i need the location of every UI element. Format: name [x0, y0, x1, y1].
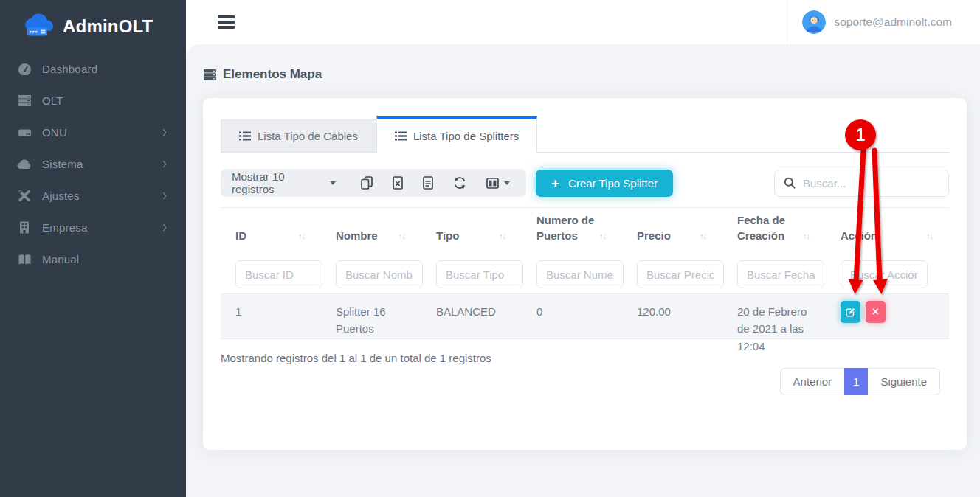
caret-down-icon	[504, 181, 510, 185]
column-header-tipo[interactable]: Tipo ↑↓	[421, 208, 522, 253]
cell-actions: ×	[826, 294, 949, 355]
plus-icon: +	[551, 176, 559, 190]
brand-link[interactable]: AdminOLT	[0, 0, 186, 43]
column-header-numero-de-puertos[interactable]: Numero de Puertos ↑↓	[522, 208, 622, 253]
tools-group: Mostrar 10 registros	[221, 169, 526, 197]
elementos-mapa-card: Lista Tipo de Cables Lista Tipo de Split…	[203, 98, 967, 450]
cell-tipo: BALANCED	[421, 294, 522, 355]
sidebar-item-dashboard[interactable]: Dashboard	[0, 53, 186, 85]
user-avatar	[802, 10, 826, 34]
chevron-right-icon: ›	[162, 188, 167, 204]
sort-icon[interactable]: ↑↓	[803, 231, 810, 243]
filter-accion-input[interactable]	[841, 260, 928, 288]
sidebar-item-label: Manual	[42, 253, 167, 265]
table-header-row: ID ↑↓ Nombre ↑↓ Tipo ↑↓ Numero de Puerto…	[221, 207, 949, 253]
table-filter-row	[221, 255, 949, 293]
sidebar-item-manual[interactable]: Manual	[0, 243, 186, 275]
tab-label: Lista Tipo de Splitters	[413, 130, 519, 142]
sidebar-item-label: ONU	[42, 126, 162, 139]
sort-icon[interactable]: ↑↓	[298, 231, 305, 243]
sidebar-item-label: Empresa	[42, 221, 162, 234]
refresh-icon[interactable]	[453, 176, 466, 190]
sidebar-item-label: OLT	[42, 94, 167, 107]
app-root: AdminOLT Dashboard	[0, 0, 980, 497]
excel-file-icon[interactable]	[393, 176, 403, 190]
show-entries-dropdown[interactable]: Mostrar 10 registros	[232, 170, 336, 195]
sidebar-toggle-hamburger-icon[interactable]	[218, 13, 235, 32]
column-header-precio[interactable]: Precio ↑↓	[622, 208, 722, 253]
sidebar-item-label: Sistema	[42, 158, 162, 170]
show-entries-label: Mostrar 10 registros	[232, 170, 324, 195]
chevron-right-icon: ›	[162, 220, 167, 235]
sidebar-item-ajustes[interactable]: Ajustes ›	[0, 180, 186, 212]
search-icon	[784, 177, 796, 189]
filter-puertos-input[interactable]	[536, 260, 624, 288]
filter-tipo-input[interactable]	[436, 260, 523, 288]
edit-pencil-icon	[846, 307, 855, 317]
top-header: soporte@adminolt.com	[186, 0, 980, 44]
sidebar-item-olt[interactable]: OLT	[0, 85, 186, 117]
pagination-prev-button[interactable]: Anterior	[780, 368, 845, 395]
cell-puertos: 0	[522, 294, 622, 355]
column-header-nombre[interactable]: Nombre ↑↓	[321, 208, 421, 253]
filter-id-input[interactable]	[235, 260, 322, 288]
chevron-right-icon: ›	[162, 156, 167, 172]
cell-id: 1	[221, 294, 321, 355]
sidebar-item-empresa[interactable]: Empresa ›	[0, 212, 186, 243]
document-file-icon[interactable]	[423, 176, 433, 190]
tools-icon	[16, 190, 32, 203]
table-toolbar: Mostrar 10 registros	[221, 169, 949, 197]
main-content: Elementos Mapa Lista Tipo de Cables	[186, 44, 980, 497]
cell-fecha: 20 de Febrero de 2021 a las 12:04	[722, 294, 826, 355]
sort-icon[interactable]: ↑↓	[926, 231, 933, 243]
building-icon	[16, 221, 32, 234]
table-row: 1 Splitter 16 Puertos BALANCED 0 120.00 …	[221, 293, 949, 339]
tab-lista-tipo-de-splitters[interactable]: Lista Tipo de Splitters	[376, 116, 537, 153]
tab-lista-tipo-de-cables[interactable]: Lista Tipo de Cables	[221, 119, 376, 152]
export-tools	[361, 176, 510, 190]
filter-fecha-input[interactable]	[737, 260, 824, 288]
sort-icon[interactable]: ↑↓	[398, 231, 405, 243]
list-icon	[239, 131, 251, 141]
sort-icon[interactable]: ↑↓	[700, 231, 706, 243]
page-title: Elementos Mapa	[203, 67, 322, 82]
sidebar-item-label: Dashboard	[42, 63, 167, 75]
device-icon	[16, 126, 32, 139]
pagination-next-button[interactable]: Siguiente	[868, 368, 940, 395]
search-input[interactable]	[803, 177, 939, 190]
column-visibility-dropdown[interactable]	[486, 178, 510, 189]
filter-nombre-input[interactable]	[336, 260, 423, 288]
filter-precio-input[interactable]	[637, 260, 724, 288]
user-email: soporte@adminolt.com	[834, 15, 952, 29]
sidebar: AdminOLT Dashboard	[0, 0, 186, 497]
sidebar-nav: Dashboard OLT	[0, 53, 186, 275]
book-icon	[16, 253, 32, 266]
copy-icon[interactable]	[361, 176, 373, 190]
cloud-icon	[16, 158, 32, 171]
sidebar-item-onu[interactable]: ONU ›	[0, 117, 186, 148]
columns-icon	[486, 178, 499, 189]
sidebar-item-label: Ajustes	[42, 190, 162, 202]
column-header-accion[interactable]: Acción ↑↓	[826, 208, 949, 253]
chevron-right-icon: ›	[162, 125, 167, 140]
edit-button[interactable]	[841, 301, 860, 323]
pagination-page-1[interactable]: 1	[844, 368, 868, 395]
caret-down-icon	[330, 181, 336, 185]
table-search	[774, 170, 949, 197]
table-info-text: Mostrando registros del 1 al 1 de un tot…	[221, 352, 491, 364]
create-button-label: Crear Tipo Splitter	[568, 177, 658, 190]
tab-label: Lista Tipo de Cables	[258, 130, 358, 142]
column-header-fecha-de-creacion[interactable]: Fecha de Creación ↑↓	[722, 208, 826, 253]
server-stack-icon	[203, 69, 217, 81]
adminolt-logo-icon	[22, 13, 56, 40]
cell-precio: 120.00	[622, 294, 722, 355]
sort-icon[interactable]: ↑↓	[499, 231, 505, 243]
cell-nombre: Splitter 16 Puertos	[321, 294, 421, 355]
column-header-id[interactable]: ID ↑↓	[221, 208, 321, 253]
delete-button[interactable]: ×	[866, 301, 886, 323]
sidebar-item-sistema[interactable]: Sistema ›	[0, 148, 186, 180]
gauge-icon	[16, 63, 32, 76]
user-menu[interactable]: soporte@adminolt.com	[787, 0, 980, 44]
sort-icon[interactable]: ↑↓	[599, 231, 606, 243]
create-tipo-splitter-button[interactable]: + Crear Tipo Splitter	[536, 170, 673, 197]
